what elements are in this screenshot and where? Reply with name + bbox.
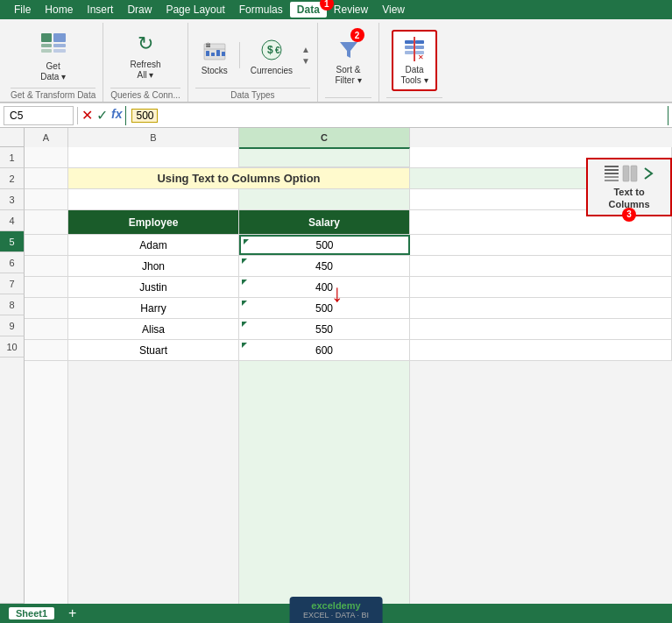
row-3: 3 bbox=[0, 189, 25, 210]
svg-rect-9 bbox=[206, 51, 209, 56]
formula-divider bbox=[77, 107, 78, 124]
svg-rect-2 bbox=[41, 49, 52, 53]
confirm-formula-icon[interactable]: ✓ bbox=[96, 107, 108, 124]
ttc-badge: 3 bbox=[622, 208, 636, 222]
cell-b9-alisa[interactable]: Alisa bbox=[68, 319, 239, 339]
data-tools-label: DataTools ▾ bbox=[400, 65, 428, 86]
cell-c6-450[interactable]: 450 bbox=[239, 256, 410, 276]
cell-d6[interactable] bbox=[410, 256, 672, 276]
green-triangle-c9 bbox=[242, 322, 247, 327]
formula-input[interactable]: 500 bbox=[125, 106, 668, 125]
green-triangle-c10 bbox=[242, 343, 247, 348]
salary-alisa: 550 bbox=[315, 323, 333, 336]
cell-c3[interactable] bbox=[239, 189, 410, 209]
cell-reference-box[interactable]: C5 bbox=[4, 106, 74, 125]
stocks-button[interactable]: 🏛 Stocks bbox=[195, 32, 234, 79]
get-data-group: GetData ▾ Get & Transform Data bbox=[4, 23, 103, 102]
row-2: 2 bbox=[0, 168, 25, 189]
row-8: 8 bbox=[0, 294, 25, 315]
cell-d8[interactable] bbox=[410, 298, 672, 318]
cell-a9[interactable] bbox=[25, 319, 68, 339]
cell-salary-header[interactable]: Salary bbox=[239, 210, 410, 234]
watermark-logo: exceldemy bbox=[311, 600, 360, 611]
watermark: exceldemy EXCEL · DATA · BI bbox=[289, 597, 383, 623]
cell-a1[interactable] bbox=[25, 147, 68, 167]
empty-rows bbox=[25, 361, 672, 604]
cell-c9-550[interactable]: 550 bbox=[239, 319, 410, 339]
cell-b2-title[interactable]: Using Text to Columns Option bbox=[68, 168, 410, 188]
data-tools-group: ✕ DataTools ▾ bbox=[379, 23, 449, 102]
cell-c8-500[interactable]: 500 bbox=[239, 298, 410, 318]
sheet-add[interactable]: + bbox=[68, 605, 76, 621]
menu-formulas[interactable]: Formulas bbox=[232, 2, 290, 18]
ttc-icons bbox=[603, 163, 655, 184]
cell-b8-harry[interactable]: Harry bbox=[68, 298, 239, 318]
sheet-tab[interactable]: Sheet1 bbox=[9, 607, 54, 619]
cell-d5[interactable] bbox=[410, 235, 672, 255]
data-tools-button[interactable]: ✕ DataTools ▾ bbox=[392, 30, 437, 91]
menu-file[interactable]: File bbox=[7, 2, 38, 18]
cell-d7[interactable] bbox=[410, 277, 672, 297]
cell-a5[interactable] bbox=[25, 235, 68, 255]
cell-employee-header[interactable]: Employee bbox=[68, 210, 239, 234]
cell-a3[interactable] bbox=[25, 189, 68, 209]
cell-b3[interactable] bbox=[68, 189, 239, 209]
cancel-formula-icon[interactable]: ✕ bbox=[81, 107, 93, 124]
col-header-c: C bbox=[239, 128, 410, 147]
cell-a6[interactable] bbox=[25, 256, 68, 276]
cell-b7-justin[interactable]: Justin bbox=[68, 277, 239, 297]
salary-adam: 500 bbox=[315, 239, 333, 251]
cell-d10[interactable] bbox=[410, 340, 672, 360]
currencies-label: Currencies bbox=[251, 66, 293, 75]
menu-review[interactable]: Review bbox=[327, 2, 375, 18]
svg-rect-1 bbox=[41, 44, 52, 47]
get-data-button[interactable]: GetData ▾ bbox=[32, 25, 74, 86]
refresh-all-button[interactable]: ↻ RefreshAll ▾ bbox=[122, 26, 170, 84]
menu-data[interactable]: Data 1 bbox=[290, 2, 327, 18]
green-triangle-c5 bbox=[244, 239, 249, 244]
cell-a4[interactable] bbox=[25, 210, 68, 234]
cell-a8[interactable] bbox=[25, 298, 68, 318]
svg-text:✕: ✕ bbox=[418, 53, 424, 61]
cell-a10[interactable] bbox=[25, 340, 68, 360]
refresh-all-label: RefreshAll ▾ bbox=[130, 60, 160, 81]
cell-c7-400[interactable]: 400 bbox=[239, 277, 410, 297]
salary-header-text: Salary bbox=[308, 216, 340, 229]
svg-rect-0 bbox=[41, 33, 52, 42]
cell-c1[interactable] bbox=[239, 147, 410, 167]
table-row: Justin 400 bbox=[25, 277, 672, 298]
table-row: Using Text to Columns Option bbox=[25, 168, 672, 189]
sort-group-label bbox=[325, 97, 371, 102]
menu-home[interactable]: Home bbox=[38, 2, 80, 18]
title-text: Using Text to Columns Option bbox=[157, 172, 320, 185]
get-data-label: GetData ▾ bbox=[40, 61, 66, 82]
queries-label: Queries & Conn... bbox=[110, 88, 180, 102]
table-row: Jhon 450 bbox=[25, 256, 672, 277]
svg-rect-3 bbox=[53, 33, 66, 42]
cell-a7[interactable] bbox=[25, 277, 68, 297]
table-row: Stuart 600 bbox=[25, 340, 672, 361]
col-header-d bbox=[410, 128, 672, 147]
cell-c10-600[interactable]: 600 bbox=[239, 340, 410, 360]
svg-rect-19 bbox=[405, 46, 414, 49]
salary-justin: 400 bbox=[315, 281, 333, 294]
salary-harry: 500 bbox=[315, 302, 333, 315]
text-to-columns-panel[interactable]: Text toColumns 3 bbox=[586, 158, 672, 216]
menu-insert[interactable]: Insert bbox=[80, 2, 120, 18]
svg-text:🏛: 🏛 bbox=[206, 42, 211, 48]
menu-page-layout[interactable]: Page Layout bbox=[159, 2, 231, 18]
currencies-button[interactable]: $ € Currencies bbox=[245, 32, 298, 79]
svg-rect-5 bbox=[53, 49, 66, 53]
cell-b6-jhon[interactable]: Jhon bbox=[68, 256, 239, 276]
cell-b5-adam[interactable]: Adam bbox=[68, 235, 239, 255]
cell-d9[interactable] bbox=[410, 319, 672, 339]
cell-a2[interactable] bbox=[25, 168, 68, 188]
row-11 bbox=[0, 358, 25, 604]
cell-b10-stuart[interactable]: Stuart bbox=[68, 340, 239, 360]
insert-function-icon[interactable]: fx bbox=[111, 107, 122, 124]
menu-view[interactable]: View bbox=[375, 2, 412, 18]
cell-b1[interactable] bbox=[68, 147, 239, 167]
menu-draw[interactable]: Draw bbox=[120, 2, 159, 18]
cell-c5-500[interactable]: 500 bbox=[239, 235, 410, 255]
sort-filter-label: Sort &Filter ▾ bbox=[336, 65, 362, 86]
